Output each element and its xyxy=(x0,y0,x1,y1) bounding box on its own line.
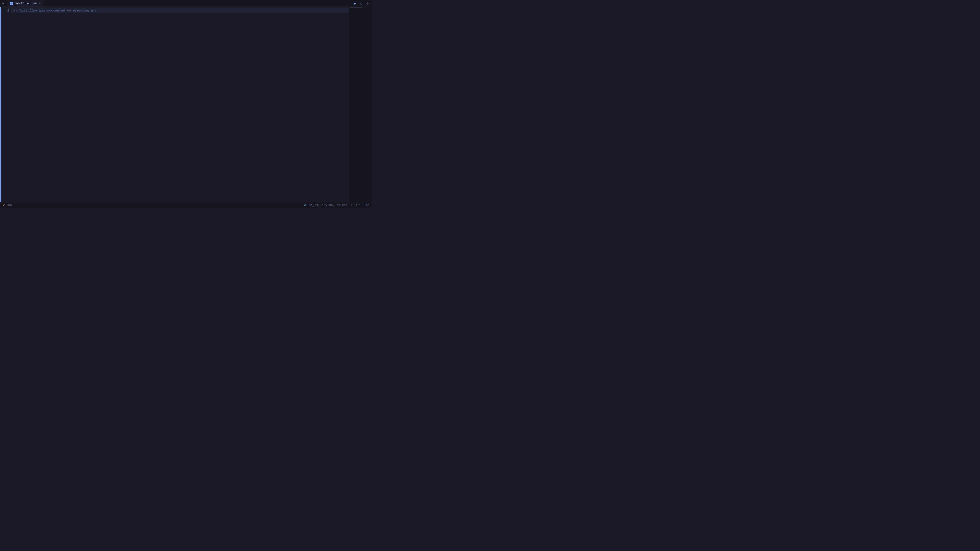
status-right: ⚙ lua_ls, stylua, selene ⚡ 1:1 Top xyxy=(304,203,369,207)
scrollbar-area[interactable] xyxy=(369,7,372,202)
tab-area: l my-file.lua × xyxy=(7,0,351,7)
git-icon: ⎇ xyxy=(2,203,5,207)
status-left: ⎇ lua xyxy=(2,203,12,207)
settings-button[interactable]: ⚙ xyxy=(366,1,369,6)
sidebar-toggle-button[interactable]: ≡ xyxy=(2,2,4,6)
line-number-1: 1 xyxy=(1,8,11,13)
line-numbers: 1 xyxy=(1,7,11,202)
status-bar: ⎇ lua ⚙ lua_ls, stylua, selene ⚡ 1:1 Top xyxy=(0,202,372,208)
cursor-position-item: 1:1 xyxy=(355,203,361,207)
code-content-1: -- This line was commented by pressing g… xyxy=(11,8,101,13)
tab-filename: my-file.lua xyxy=(15,2,37,5)
code-area[interactable]: -- This line was commented by pressing g… xyxy=(11,7,349,202)
header-actions: ▶ ↻ ⚙ xyxy=(353,1,369,6)
editor-area: 1 -- This line was commented by pressing… xyxy=(0,7,372,202)
title-bar: ≡ l my-file.lua × ▶ ↻ ⚙ xyxy=(0,0,372,7)
scroll-position-item: Top xyxy=(364,203,369,207)
lsp-servers-label: lua_ls, stylua, selene xyxy=(307,203,347,207)
run-button[interactable]: ▶ xyxy=(353,1,357,6)
lsp-icon: ⚙ xyxy=(304,203,306,207)
format-icon: ⚡ xyxy=(351,203,352,207)
lsp-servers-item[interactable]: ⚙ lua_ls, stylua, selene xyxy=(304,203,348,207)
tab-close-button[interactable]: × xyxy=(38,2,41,5)
minimap-line-1 xyxy=(350,7,363,8)
scroll-position-label: Top xyxy=(364,203,369,207)
git-branch-item[interactable]: ⎇ lua xyxy=(2,203,12,207)
refresh-button[interactable]: ↻ xyxy=(359,1,363,6)
format-item[interactable]: ⚡ xyxy=(351,203,352,207)
minimap xyxy=(349,7,369,202)
code-line-1: -- This line was commented by pressing g… xyxy=(11,8,349,13)
file-tab[interactable]: l my-file.lua × xyxy=(7,0,44,7)
cursor-position-label: 1:1 xyxy=(355,203,361,207)
file-type-icon: l xyxy=(10,2,13,5)
git-branch-label: lua xyxy=(6,203,12,207)
